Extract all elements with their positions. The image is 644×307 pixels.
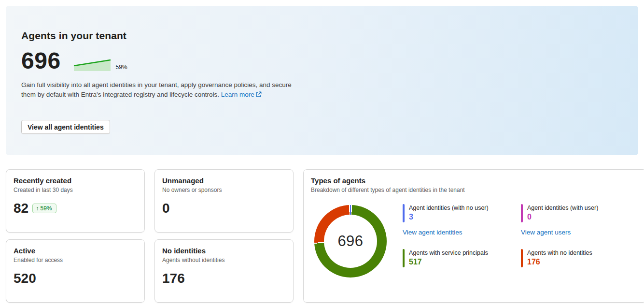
donut-legend: Agent identities (with no user) 3 View a… (403, 204, 639, 278)
hero-description: Gain full visibility into all agent iden… (21, 80, 304, 100)
legend-cell: Agent identities (with user) 0 View agen… (521, 204, 639, 236)
agent-count: 696 (21, 49, 61, 73)
donut-total-label: 696 (337, 233, 363, 250)
donut-hole: 696 (324, 215, 377, 268)
card-subtitle: Enabled for access (14, 257, 138, 263)
view-all-agent-identities-button[interactable]: View all agent identities (21, 120, 110, 134)
card-title: Active (14, 247, 138, 255)
legend-cell: Agents with service principals 517 (403, 249, 521, 267)
card-value: 520 (14, 271, 36, 286)
donut-chart: 696 (314, 205, 387, 278)
legend-label: Agents with service principals (409, 249, 488, 256)
card-title: Types of agents (311, 176, 639, 185)
stat-card-active: Active Enabled for access 520 (6, 239, 145, 303)
legend-item-agents-with-no-identities: Agents with no identities 176 (521, 249, 639, 267)
legend-color-bar (521, 204, 523, 222)
stat-card-no-identities: No identities Agents without identities … (154, 239, 294, 303)
legend-label: Agent identities (with no user) (409, 205, 489, 211)
card-title: Recently created (14, 176, 138, 185)
trend-percent-label: 59% (116, 64, 127, 71)
legend-cell: Agents with no identities 176 (521, 249, 639, 267)
card-title: Unmanaged (162, 176, 286, 185)
legend-value: 517 (409, 258, 488, 266)
card-subtitle: Breakdown of different types of agent id… (311, 187, 639, 193)
legend-color-bar (403, 249, 405, 267)
card-subtitle: No owners or sponsors (162, 187, 286, 193)
external-link-icon (256, 91, 262, 97)
legend-item-agent-identities-with-user: Agent identities (with user) 0 (521, 204, 639, 222)
legend-label: Agents with no identities (527, 249, 592, 256)
legend-item-agents-with-service-principals: Agents with service principals 517 (403, 249, 521, 267)
legend-value: 0 (527, 213, 598, 221)
trend-up-badge: ↑ 59% (32, 204, 56, 213)
view-agent-users-link[interactable]: View agent users (521, 229, 571, 236)
dashboard-page: Agents in your tenant 696 59% Gain full … (0, 0, 644, 307)
card-value: 0 (162, 201, 170, 216)
card-subtitle: Created in last 30 days (14, 187, 138, 193)
trend-sparkline-chart (73, 58, 111, 72)
legend-label: Agent identities (with user) (527, 205, 598, 211)
legend-cell: Agent identities (with no user) 3 View a… (403, 204, 521, 236)
page-title: Agents in your tenant (21, 30, 623, 42)
legend-value: 3 (409, 213, 489, 221)
legend-color-bar (403, 204, 405, 222)
agent-count-row: 696 59% (21, 47, 623, 73)
hero-banner: Agents in your tenant 696 59% Gain full … (6, 6, 638, 155)
legend-color-bar (521, 249, 523, 267)
card-subtitle: Agents without identities (162, 257, 286, 263)
types-of-agents-card: Types of agents Breakdown of different t… (303, 169, 644, 303)
stat-card-unmanaged: Unmanaged No owners or sponsors 0 (154, 169, 294, 233)
card-value: 82 (14, 201, 28, 216)
stats-section: Recently created Created in last 30 days… (6, 169, 638, 303)
card-value: 176 (162, 271, 185, 286)
legend-value: 176 (527, 258, 592, 266)
view-agent-identities-link[interactable]: View agent identities (403, 229, 462, 236)
legend-item-agent-identities-no-user: Agent identities (with no user) 3 (403, 204, 521, 222)
card-title: No identities (162, 247, 286, 255)
learn-more-link[interactable]: Learn more (221, 91, 262, 98)
stat-card-recently-created: Recently created Created in last 30 days… (6, 169, 145, 233)
